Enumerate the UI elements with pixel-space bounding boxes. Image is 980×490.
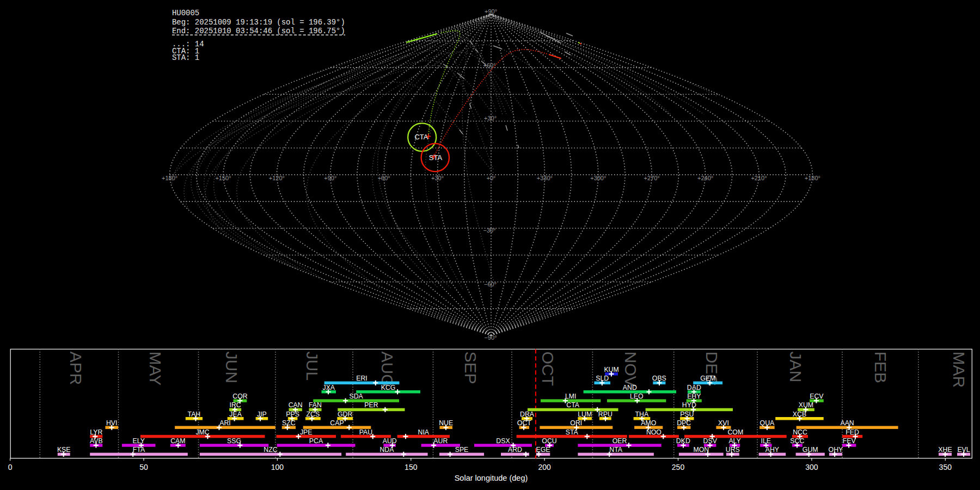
svg-text:NOV: NOV xyxy=(622,352,640,387)
svg-text:LEO: LEO xyxy=(630,393,644,400)
svg-text:ARD: ARD xyxy=(508,446,522,454)
svg-text:HVI: HVI xyxy=(106,419,118,427)
svg-text:COR: COR xyxy=(232,393,247,400)
svg-text:AAN: AAN xyxy=(840,419,854,427)
svg-text:FEB: FEB xyxy=(872,352,890,383)
svg-text:EVL: EVL xyxy=(957,446,970,454)
svg-text:LUM: LUM xyxy=(578,411,592,418)
svg-text:GEM: GEM xyxy=(700,375,715,382)
svg-text:PSU: PSU xyxy=(680,411,694,418)
svg-text:−30°: −30° xyxy=(483,227,495,234)
svg-text:OER: OER xyxy=(612,437,627,445)
svg-text:+240°: +240° xyxy=(697,175,713,181)
svg-text:COM: COM xyxy=(727,428,743,436)
svg-text:RPU: RPU xyxy=(598,411,612,418)
svg-text:NOO: NOO xyxy=(646,428,661,436)
svg-text:+270°: +270° xyxy=(644,175,660,181)
svg-text:DAD: DAD xyxy=(687,384,701,391)
svg-text:GDR: GDR xyxy=(338,411,352,418)
svg-text:+210°: +210° xyxy=(751,175,767,181)
svg-text:+150°: +150° xyxy=(215,175,231,181)
svg-text:PAU: PAU xyxy=(359,428,372,436)
svg-text:OCU: OCU xyxy=(542,437,556,445)
svg-text:SZC: SZC xyxy=(282,419,296,427)
svg-text:−90°: −90° xyxy=(484,334,497,341)
svg-text:350: 350 xyxy=(939,463,952,471)
svg-text:QUA: QUA xyxy=(760,419,775,427)
svg-text:Solar longitude (deg): Solar longitude (deg) xyxy=(455,474,528,482)
svg-text:DSX: DSX xyxy=(496,437,510,445)
svg-text:XHE: XHE xyxy=(938,446,952,454)
svg-text:SLD: SLD xyxy=(596,375,609,382)
svg-text:+90°: +90° xyxy=(485,8,497,15)
svg-text:AVB: AVB xyxy=(90,437,103,445)
svg-text:+90°: +90° xyxy=(324,175,336,181)
svg-text:SEP: SEP xyxy=(462,352,480,384)
svg-text:ARI: ARI xyxy=(219,419,231,427)
svg-text:PER: PER xyxy=(364,401,378,409)
svg-text:ORI: ORI xyxy=(570,419,582,427)
svg-text:PCA: PCA xyxy=(309,437,323,445)
svg-text:+180°: +180° xyxy=(162,175,177,181)
svg-text:KSE: KSE xyxy=(57,446,71,454)
svg-text:ECV: ECV xyxy=(810,393,824,400)
svg-text:JPE: JPE xyxy=(300,428,313,436)
svg-text:KCG: KCG xyxy=(381,384,396,391)
svg-text:JIP: JIP xyxy=(257,411,267,418)
svg-text:GUM: GUM xyxy=(803,446,818,454)
svg-text:JMC: JMC xyxy=(195,428,209,436)
svg-text:250: 250 xyxy=(672,463,685,471)
svg-text:200: 200 xyxy=(538,463,551,471)
svg-text:HYD: HYD xyxy=(682,401,696,409)
svg-text:100: 100 xyxy=(271,463,284,471)
svg-text:JAN: JAN xyxy=(787,352,805,383)
svg-text:DRA: DRA xyxy=(520,411,535,418)
svg-text:FTA: FTA xyxy=(133,446,145,454)
svg-text:HU0005: HU0005 xyxy=(172,9,199,17)
svg-text:STA: STA xyxy=(429,154,443,162)
svg-text:+60°: +60° xyxy=(483,62,495,69)
svg-text:PPS: PPS xyxy=(286,411,299,418)
svg-text:ALY: ALY xyxy=(728,437,740,445)
svg-text:Beg: 20251009 19:13:19 (sol =: Beg: 20251009 19:13:19 (sol = 196.39°) xyxy=(172,18,345,27)
svg-text:NDA: NDA xyxy=(379,446,394,454)
svg-text:FED: FED xyxy=(846,428,859,436)
svg-text:TAH: TAH xyxy=(188,411,201,418)
svg-text:AUR: AUR xyxy=(433,437,448,445)
svg-text:CAM: CAM xyxy=(170,437,185,445)
svg-text:DSV: DSV xyxy=(703,437,718,445)
svg-text:SSG: SSG xyxy=(227,437,241,445)
svg-text:CTA: CTA xyxy=(414,133,428,141)
svg-text:AMO: AMO xyxy=(641,419,656,427)
svg-text:AHY: AHY xyxy=(765,446,779,454)
svg-text:ILE: ILE xyxy=(761,437,771,445)
svg-text:AUD: AUD xyxy=(383,437,397,445)
svg-text:MON: MON xyxy=(693,446,709,454)
svg-text:NIA: NIA xyxy=(418,428,430,436)
svg-text:NTA: NTA xyxy=(609,446,622,454)
svg-text:DPC: DPC xyxy=(677,419,691,427)
svg-text:LMI: LMI xyxy=(565,393,577,400)
svg-text:SCC: SCC xyxy=(790,437,804,445)
svg-text:LYR: LYR xyxy=(90,428,102,436)
svg-text:MAR: MAR xyxy=(950,352,968,388)
svg-text:+180°: +180° xyxy=(805,175,820,181)
svg-text:XCB: XCB xyxy=(793,411,806,418)
svg-text:CAN: CAN xyxy=(289,401,303,409)
svg-text:OCT: OCT xyxy=(539,352,557,386)
svg-text:KUM: KUM xyxy=(604,366,618,373)
svg-text:ZCS: ZCS xyxy=(307,411,320,418)
svg-text:JXA: JXA xyxy=(323,384,335,391)
svg-text:+300°: +300° xyxy=(590,175,606,181)
svg-text:OHY: OHY xyxy=(829,446,843,454)
svg-text:0: 0 xyxy=(8,463,13,471)
svg-text:URS: URS xyxy=(726,446,740,454)
svg-text:SPE: SPE xyxy=(455,446,469,454)
svg-text:XVI: XVI xyxy=(718,419,729,427)
svg-text:300: 300 xyxy=(805,463,818,471)
svg-text:NCC: NCC xyxy=(793,428,807,436)
svg-text:XUM: XUM xyxy=(799,401,813,409)
svg-text:FAN: FAN xyxy=(309,401,322,409)
svg-text:NUE: NUE xyxy=(439,419,453,427)
svg-text:JUL: JUL xyxy=(303,352,321,381)
